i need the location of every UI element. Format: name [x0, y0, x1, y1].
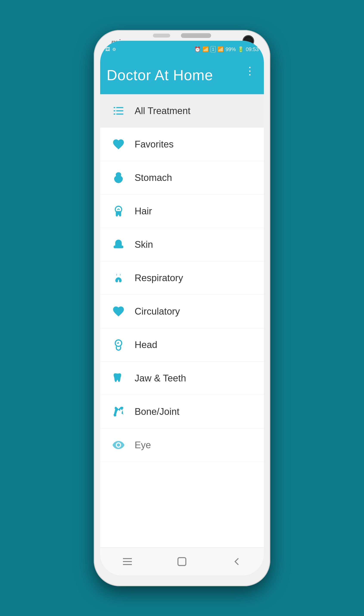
menu-list: All Treatment Favorites: [100, 94, 264, 548]
circulatory-label: Circulatory: [135, 306, 180, 317]
bottom-navigation: [100, 548, 264, 575]
sim-icon: 1: [211, 46, 216, 52]
menu-container: All Treatment Favorites: [100, 94, 264, 575]
skin-icon: [111, 237, 126, 252]
alarm-icon: ⏰: [194, 46, 201, 52]
settings-icon: ⚙: [112, 47, 116, 52]
wifi-icon: 📶: [202, 46, 209, 52]
nav-back-button[interactable]: [229, 554, 244, 569]
svg-rect-6: [114, 246, 123, 248]
app-screen: 🖼 ⚙ ⏰ 📶 1 📶 99% 🔋 09:53 ⋮ Doctor At Home: [100, 41, 264, 575]
phone-screen: 🖼 ⚙ ⏰ 📶 1 📶 99% 🔋 09:53 ⋮ Doctor At Home: [100, 41, 264, 575]
respiratory-icon: [111, 270, 126, 286]
svg-rect-0: [114, 107, 116, 108]
app-header: ⋮ Doctor At Home: [100, 58, 264, 94]
svg-rect-1: [114, 110, 116, 111]
circulatory-icon: [111, 304, 126, 319]
bone-joint-label: Bone/Joint: [135, 406, 179, 417]
earpiece: [181, 33, 211, 38]
menu-item-jaw-teeth[interactable]: Jaw & Teeth: [100, 362, 264, 395]
bone-icon: [111, 404, 126, 419]
jaw-teeth-label: Jaw & Teeth: [135, 373, 186, 383]
skin-label: Skin: [135, 239, 153, 250]
menu-item-skin[interactable]: Skin: [100, 228, 264, 261]
menu-item-favorites[interactable]: Favorites: [100, 128, 264, 161]
menu-item-eye[interactable]: Eye: [100, 428, 264, 462]
svg-rect-15: [178, 558, 186, 566]
eye-label: Eye: [135, 440, 151, 451]
svg-point-11: [117, 342, 118, 344]
head-label: Head: [135, 339, 157, 350]
list-icon: [111, 103, 126, 118]
respiratory-label: Respiratory: [135, 273, 183, 283]
menu-item-head[interactable]: Head: [100, 328, 264, 362]
svg-rect-5: [116, 113, 123, 114]
phone-device: mi 🖼 ⚙ ⏰ 📶 1 📶 99% 🔋 09: [94, 30, 270, 586]
more-options-button[interactable]: ⋮: [242, 62, 257, 79]
menu-item-all-treatment[interactable]: All Treatment: [100, 94, 264, 128]
favorites-label: Favorites: [135, 139, 174, 150]
signal-icon: 📶: [217, 46, 224, 52]
menu-item-respiratory[interactable]: Respiratory: [100, 261, 264, 295]
app-title: Doctor At Home: [107, 67, 257, 83]
stomach-label: Stomach: [135, 172, 172, 183]
eye-icon: [111, 438, 126, 452]
all-treatment-label: All Treatment: [135, 105, 190, 116]
status-right: ⏰ 📶 1 📶 99% 🔋 09:53: [194, 46, 259, 52]
battery-icon: 🔋: [238, 46, 244, 52]
notification-icon: 🖼: [105, 47, 110, 52]
tooth-icon: [111, 371, 126, 386]
hair-icon: [111, 204, 126, 219]
hair-label: Hair: [135, 206, 152, 217]
svg-rect-12: [123, 558, 132, 559]
svg-rect-3: [116, 107, 123, 108]
nav-menu-button[interactable]: [120, 554, 135, 569]
menu-item-stomach[interactable]: Stomach: [100, 161, 264, 194]
stomach-icon: [111, 170, 126, 185]
status-bar: 🖼 ⚙ ⏰ 📶 1 📶 99% 🔋 09:53: [100, 41, 264, 58]
svg-rect-14: [123, 564, 132, 565]
svg-rect-2: [114, 113, 116, 114]
menu-item-circulatory[interactable]: Circulatory: [100, 295, 264, 328]
svg-rect-13: [123, 561, 132, 562]
menu-item-hair[interactable]: Hair: [100, 194, 264, 228]
favorites-icon: [111, 137, 126, 152]
svg-rect-4: [116, 110, 123, 111]
speaker-slot: [153, 34, 170, 38]
battery-percent: 99%: [225, 46, 236, 52]
head-icon: [111, 337, 126, 352]
time: 09:53: [246, 46, 259, 52]
phone-top-bar: mi: [94, 33, 270, 38]
menu-item-bone-joint[interactable]: Bone/Joint: [100, 395, 264, 428]
status-left: 🖼 ⚙: [105, 47, 116, 52]
nav-home-button[interactable]: [174, 554, 190, 569]
